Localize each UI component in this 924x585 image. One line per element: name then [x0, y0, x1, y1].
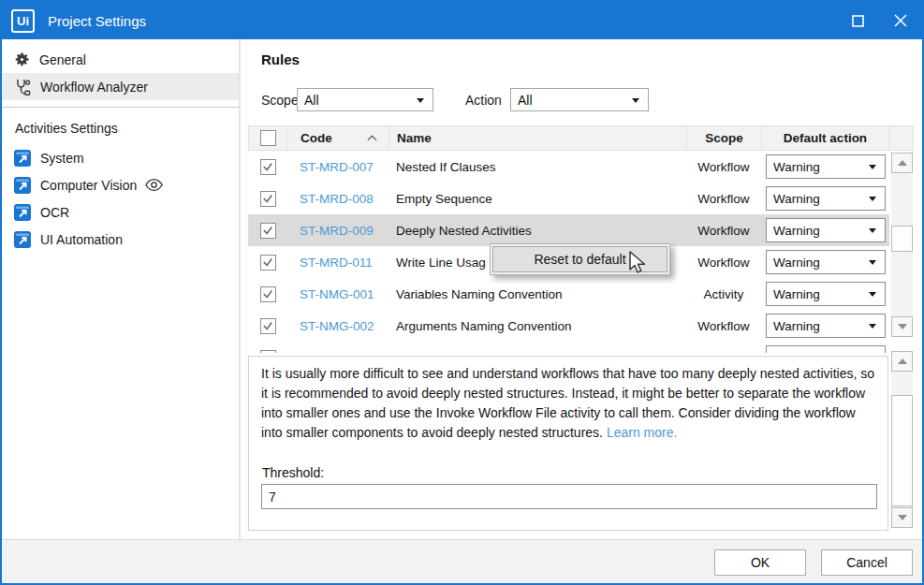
rule-name: Nested If Clauses: [389, 160, 686, 174]
rule-checkbox[interactable]: [260, 159, 276, 175]
rule-checkbox[interactable]: [260, 350, 276, 354]
rule-scope: Workflow: [686, 319, 761, 333]
rule-scope: Workflow: [686, 160, 761, 174]
chevron-down-icon: [869, 165, 876, 169]
sidebar-item-workflow-analyzer[interactable]: Workflow Analyzer: [2, 73, 239, 100]
column-header-name[interactable]: Name: [389, 126, 687, 150]
chevron-down-icon: [869, 197, 876, 201]
rule-code-link[interactable]: ST-MRD-009: [287, 224, 389, 238]
threshold-input[interactable]: [261, 484, 877, 509]
learn-more-link[interactable]: Learn more.: [607, 425, 677, 440]
cancel-button[interactable]: Cancel: [821, 549, 913, 576]
rule-checkbox[interactable]: [260, 286, 276, 302]
rule-scope: Workflow: [686, 192, 761, 206]
table-scrollbar[interactable]: [891, 153, 913, 337]
rule-checkbox[interactable]: [260, 255, 276, 271]
default-action-value: Warning: [773, 224, 820, 238]
sidebar-item-label: Workflow Analyzer: [40, 80, 148, 95]
default-action-value: Warning: [773, 192, 820, 206]
scope-filter-dropdown[interactable]: All: [297, 88, 433, 111]
scroll-thumb[interactable]: [891, 395, 913, 506]
sidebar: General Workflow Analyzer Activities Set…: [2, 39, 239, 540]
rule-code-link[interactable]: ST-NMG-001: [287, 287, 389, 301]
rules-table: Code Name Scope Default action ST-MRD-00…: [248, 125, 914, 353]
activity-package-icon: [13, 203, 32, 222]
uipath-logo: Ui: [11, 9, 35, 33]
triangle-down-icon: [898, 515, 907, 520]
table-row-partial[interactable]: [248, 342, 914, 353]
sidebar-item-label: Computer Vision: [40, 178, 137, 193]
table-row[interactable]: ST-NMG-002 Arguments Naming Convention W…: [248, 310, 889, 342]
activity-package-icon: [13, 149, 32, 168]
rule-description-panel: It is usually more difficult to see and …: [248, 356, 888, 531]
rule-checkbox[interactable]: [260, 318, 276, 334]
chevron-down-icon: [632, 98, 639, 103]
table-row[interactable]: ST-MRD-008 Empty Sequence Workflow Warni…: [248, 183, 889, 214]
action-filter-dropdown[interactable]: All: [510, 88, 649, 111]
titlebar: Ui Project Settings: [2, 2, 922, 39]
mouse-cursor: [628, 251, 649, 277]
chevron-down-icon: [869, 292, 876, 297]
scroll-up-button[interactable]: [891, 153, 913, 173]
default-action-dropdown[interactable]: Warning: [766, 282, 886, 306]
chevron-down-icon: [869, 324, 876, 329]
column-header-default-action[interactable]: Default action: [762, 126, 889, 150]
sidebar-item-computer-vision[interactable]: Computer Vision: [2, 171, 239, 198]
table-row[interactable]: ST-MRD-009 Deeply Nested Activities Work…: [248, 214, 889, 246]
action-filter-label: Action: [465, 93, 502, 108]
rules-heading: Rules: [261, 51, 300, 67]
sort-ascending-icon: [367, 135, 377, 141]
activity-package-icon: [13, 230, 32, 249]
chevron-down-icon: [417, 98, 424, 103]
project-settings-dialog: Ui Project Settings General Workflow Ana…: [0, 0, 924, 585]
rule-code-link[interactable]: ST-MRD-011: [287, 256, 389, 270]
sidebar-item-label: UI Automation: [40, 232, 123, 247]
default-action-value: Warning: [773, 319, 820, 333]
maximize-icon: [852, 15, 864, 27]
default-action-dropdown[interactable]: Warning: [766, 314, 886, 338]
default-action-dropdown[interactable]: Warning: [766, 186, 886, 211]
column-header-code[interactable]: Code: [288, 126, 389, 150]
activities-settings-header: Activities Settings: [2, 114, 239, 144]
column-header-scope[interactable]: Scope: [687, 126, 762, 150]
maximize-button[interactable]: [836, 2, 879, 39]
sidebar-item-ui-automation[interactable]: UI Automation: [2, 226, 239, 253]
rule-name: Empty Sequence: [389, 192, 686, 206]
default-action-value: Warning: [773, 256, 820, 270]
rule-checkbox[interactable]: [260, 223, 276, 239]
sidebar-item-label: System: [40, 151, 84, 166]
rule-code-link[interactable]: ST-MRD-008: [287, 192, 389, 206]
rule-name: Deeply Nested Activities: [389, 224, 686, 238]
sidebar-item-general[interactable]: General: [2, 46, 239, 73]
description-scrollbar[interactable]: [891, 351, 913, 528]
sidebar-item-system[interactable]: System: [2, 144, 239, 171]
scroll-down-button[interactable]: [891, 507, 913, 528]
activity-package-icon: [13, 176, 32, 195]
default-action-dropdown[interactable]: Warning: [766, 250, 886, 274]
select-all-checkbox[interactable]: [260, 130, 276, 146]
scroll-thumb[interactable]: [891, 226, 913, 252]
scroll-down-button[interactable]: [891, 316, 913, 337]
sidebar-separator: [239, 39, 241, 540]
default-action-dropdown[interactable]: Warning: [766, 154, 886, 179]
table-row[interactable]: ST-MRD-007 Nested If Clauses Workflow Wa…: [248, 151, 889, 183]
eye-icon[interactable]: [145, 178, 163, 192]
rule-checkbox[interactable]: [260, 191, 276, 207]
sidebar-item-label: General: [39, 52, 86, 67]
window-title: Project Settings: [48, 13, 146, 29]
rules-table-header: Code Name Scope Default action: [248, 125, 914, 151]
sidebar-item-label: OCR: [40, 205, 69, 220]
close-button[interactable]: [879, 2, 922, 39]
table-row[interactable]: ST-NMG-001 Variables Naming Convention A…: [248, 278, 889, 310]
sidebar-item-ocr[interactable]: OCR: [2, 198, 239, 226]
default-action-dropdown[interactable]: Warning: [766, 218, 886, 242]
dialog-footer: OK Cancel: [2, 539, 922, 583]
rule-code-link[interactable]: ST-MRD-007: [287, 160, 389, 174]
rule-code-link[interactable]: ST-NMG-002: [287, 319, 389, 333]
triangle-up-icon: [898, 160, 907, 166]
default-action-dropdown[interactable]: [766, 345, 886, 353]
ok-button[interactable]: OK: [714, 549, 806, 576]
rule-name: Variables Naming Convention: [389, 287, 686, 301]
scroll-up-button[interactable]: [891, 351, 913, 372]
scope-filter-value: All: [304, 93, 319, 108]
